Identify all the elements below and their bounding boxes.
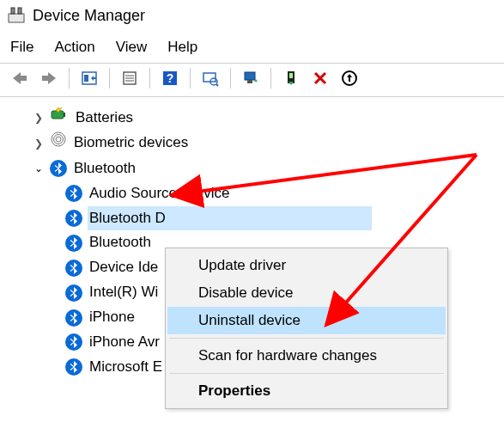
ctx-properties[interactable]: Properties [167, 377, 446, 405]
forward-button[interactable] [34, 65, 64, 91]
menubar: File Action View Help [0, 35, 504, 63]
tree-label: Bluetooth D [88, 206, 372, 231]
toolbar-separator [109, 68, 110, 89]
show-hide-console-button[interactable] [75, 65, 104, 91]
svg-rect-19 [289, 73, 293, 78]
svg-rect-24 [64, 113, 65, 117]
svg-rect-16 [245, 72, 255, 80]
svg-rect-4 [42, 76, 49, 81]
tree-label: Bluetooth [88, 230, 153, 255]
window-title: Device Manager [33, 7, 145, 25]
tree-label: Batteries [74, 106, 135, 131]
update-driver-button[interactable] [236, 65, 265, 91]
menu-file[interactable]: File [10, 39, 33, 56]
enable-device-button[interactable] [276, 65, 306, 91]
tree-item-batteries[interactable]: ❯ Batteries [17, 106, 501, 131]
toolbar: ? [0, 63, 504, 97]
scan-hardware-button[interactable] [196, 65, 225, 91]
toolbar-separator [149, 68, 150, 89]
fingerprint-icon [50, 131, 67, 156]
uninstall-device-button[interactable] [335, 65, 364, 91]
tree-item-audio-source[interactable]: Audio Source Service [17, 181, 501, 206]
app-icon [7, 5, 26, 27]
ctx-scan-hardware[interactable]: Scan for hardware changes [167, 342, 446, 370]
tree-item-bluetooth[interactable]: ⌄ Bluetooth [17, 156, 501, 181]
properties-button[interactable] [115, 65, 144, 91]
ctx-uninstall-device[interactable]: Uninstall device [167, 307, 446, 334]
toolbar-separator [190, 68, 191, 89]
tree-label: Intel(R) Wi [88, 280, 160, 305]
tree-item-bluetooth-device-selected[interactable]: Bluetooth D [17, 206, 501, 231]
tree-label: Microsoft E [88, 355, 164, 380]
back-button[interactable] [5, 65, 34, 91]
toolbar-separator [270, 68, 271, 89]
tree-label: iPhone Avr [88, 330, 161, 355]
svg-line-15 [216, 84, 218, 86]
titlebar: Device Manager [0, 0, 504, 35]
toolbar-separator [230, 68, 231, 89]
svg-rect-6 [84, 75, 88, 82]
toolbar-separator [69, 68, 70, 89]
svg-rect-17 [247, 80, 252, 83]
bluetooth-icon [65, 284, 82, 302]
bluetooth-icon [65, 333, 82, 351]
disable-device-button[interactable] [306, 65, 335, 91]
svg-rect-1 [11, 8, 15, 14]
svg-point-27 [56, 137, 61, 142]
menu-help[interactable]: Help [167, 39, 197, 56]
menu-view[interactable]: View [116, 39, 148, 56]
svg-rect-0 [9, 14, 24, 22]
bluetooth-icon [65, 358, 82, 376]
tree-label: Bluetooth [72, 156, 137, 181]
tree-label: Biometric devices [72, 131, 190, 156]
battery-icon [50, 106, 69, 131]
bluetooth-icon [65, 235, 82, 252]
expand-arrow-icon[interactable]: ❯ [33, 135, 45, 152]
help-button[interactable]: ? [155, 65, 185, 91]
expand-arrow-icon[interactable]: ❯ [33, 109, 45, 126]
menu-action[interactable]: Action [54, 39, 94, 56]
tree-label: iPhone [88, 305, 137, 330]
svg-rect-2 [18, 8, 21, 14]
context-menu-separator [169, 338, 444, 339]
tree-label: Device Ide [88, 255, 160, 280]
tree-item-biometric[interactable]: ❯ Biometric devices [17, 131, 501, 156]
svg-rect-13 [203, 73, 216, 82]
collapse-arrow-icon[interactable]: ⌄ [33, 160, 45, 177]
tree-label: Audio Source Service [88, 181, 231, 206]
svg-point-26 [54, 134, 64, 144]
ctx-update-driver[interactable]: Update driver [167, 252, 446, 279]
context-menu-separator [169, 373, 444, 374]
bluetooth-icon [65, 210, 82, 227]
bluetooth-icon [65, 185, 82, 202]
ctx-disable-device[interactable]: Disable device [167, 279, 446, 307]
bluetooth-icon [65, 309, 82, 327]
bluetooth-icon [50, 160, 67, 177]
svg-rect-3 [20, 76, 27, 81]
svg-text:?: ? [167, 71, 174, 85]
context-menu: Update driver Disable device Uninstall d… [165, 248, 448, 409]
bluetooth-icon [65, 260, 82, 277]
